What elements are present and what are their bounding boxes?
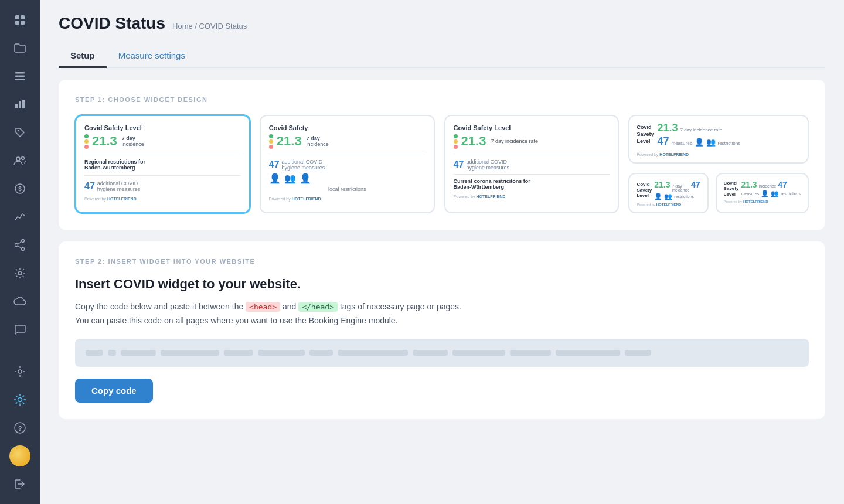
svg-point-20 [18, 398, 22, 402]
svg-point-19 [18, 370, 22, 373]
step2-description: Copy the code below and paste it between… [75, 300, 809, 328]
w3-powered: Powered by HOTELFRIEND [454, 195, 610, 199]
w4b-sub1: 7 day incidence [672, 184, 689, 192]
step2-title: Insert COVID widget to your website. [75, 277, 809, 292]
w3-restrict: Current corona restricitons forBaden-Wür… [454, 178, 610, 190]
w4c-person-icon-2: 👥 [771, 190, 779, 197]
widget-option-4c[interactable]: CovidSavetyLevel 21.3 incidence 47 measu… [716, 173, 809, 213]
page-title: COVID Status [59, 14, 165, 33]
svg-rect-8 [19, 101, 21, 108]
w2-local-restrict: local restrictions [269, 186, 426, 192]
step2-tag-close: </head> [298, 302, 338, 312]
svg-point-15 [22, 240, 25, 243]
svg-point-16 [15, 244, 18, 247]
widget-option-3[interactable]: Covid Safety Level 21.3 7 day incidence … [444, 115, 620, 213]
step2-desc-and: and [283, 302, 298, 311]
svg-rect-5 [15, 76, 25, 77]
w4c-title: CovidSavetyLevel [724, 181, 739, 197]
code-bar-6 [258, 350, 305, 356]
widget-option-4a[interactable]: CovidSavetyLevel 21.3 7 day incidence ra… [628, 115, 809, 164]
code-bar-11 [510, 350, 551, 356]
svg-rect-6 [15, 79, 25, 80]
sidebar-icon-folder[interactable] [8, 36, 32, 60]
w4a-person-icon-2: 👥 [706, 138, 716, 147]
svg-rect-3 [21, 21, 25, 25]
widget-option-4b[interactable]: CovidSavetyLevel 21.3 7 day incidence 47… [628, 173, 708, 213]
w2-num-row: 21.3 7 day incidence [269, 134, 426, 149]
w4c-person-icon-1: 👤 [761, 190, 769, 197]
sidebar-icon-question[interactable]: ? [8, 416, 32, 440]
step1-card: STEP 1: CHOOSE WIDGET DESIGN Covid Safet… [59, 80, 825, 230]
user-avatar[interactable] [9, 445, 30, 466]
w4a-blue-num: 47 [657, 135, 669, 148]
w4b-person-icon-2: 👥 [664, 193, 672, 200]
sidebar-icon-users[interactable] [8, 149, 32, 172]
w1-number: 21.3 [92, 134, 117, 149]
w4a-title: CovidSavetyLevel [637, 124, 654, 145]
w4b-blue-num: 47 [691, 180, 700, 189]
svg-rect-7 [15, 104, 18, 108]
step2-label: STEP 2: INSERT WIDGET INTO YOUR WEBSITE [75, 258, 809, 265]
svg-point-10 [18, 130, 19, 131]
w1-title: Covid Safety Level [84, 124, 241, 131]
sidebar-bottom: ? [8, 357, 32, 498]
sidebar-icon-cloud[interactable] [8, 290, 32, 313]
w1-num-row: 21.3 7 day incidence [84, 134, 241, 149]
widget-right-col: CovidSavetyLevel 21.3 7 day incidence ra… [628, 115, 809, 213]
tab-bar: Setup Measure settings [59, 45, 825, 68]
w2-powered: Powered by HOTELFRIEND [269, 197, 426, 201]
sidebar-icon-analytics[interactable] [8, 205, 32, 229]
w4a-sub2: measures [671, 141, 692, 146]
sidebar-icon-gear[interactable] [8, 360, 32, 383]
svg-point-12 [22, 157, 25, 160]
w3-measure-row: 47 additional COVID hygiene measures [454, 159, 610, 171]
w4c-sub2: measures [741, 192, 759, 196]
w4b-title: CovidSavetyLevel [637, 182, 652, 199]
code-bar-12 [556, 350, 620, 356]
breadcrumb-sep: / [195, 22, 197, 30]
code-bar-9 [413, 350, 448, 356]
w3-number: 21.3 [461, 134, 486, 149]
svg-rect-2 [15, 21, 19, 25]
sidebar-icon-grid[interactable] [8, 8, 32, 32]
code-bar-10 [452, 350, 505, 356]
svg-point-18 [18, 271, 22, 275]
sidebar-icon-settings[interactable] [8, 261, 32, 285]
w2-number: 21.3 [277, 134, 302, 149]
svg-point-17 [22, 248, 25, 251]
w2-title: Covid Safety [269, 124, 426, 131]
w4b-sub2: restrictions [674, 195, 694, 199]
w4a-powered: Powered by HOTELFRIEND [637, 152, 801, 156]
widget-bottom-row: CovidSavetyLevel 21.3 7 day incidence 47… [628, 173, 809, 213]
w4a-green-num: 21.3 [657, 122, 678, 134]
code-bar-3 [121, 350, 156, 356]
code-bar-1 [86, 350, 103, 356]
sidebar-icon-logout[interactable] [8, 472, 32, 496]
breadcrumb-home[interactable]: Home [172, 22, 193, 30]
sidebar-icon-list[interactable] [8, 64, 32, 88]
sidebar-icon-chart[interactable] [8, 93, 32, 116]
step2-desc-line1: Copy the code below and paste it between… [75, 302, 243, 311]
w1-powered: Powered by HOTELFRIEND [84, 197, 241, 201]
widget-option-1[interactable]: Covid Safety Level 21.3 7 day incidence … [75, 115, 250, 213]
copy-code-button[interactable]: Copy code [75, 379, 153, 403]
step2-tag-open: <head> [246, 302, 280, 312]
tab-setup[interactable]: Setup [59, 45, 107, 68]
svg-rect-1 [21, 15, 25, 19]
sidebar-icon-chat[interactable] [8, 318, 32, 341]
sidebar-icon-dollar[interactable]: $ [8, 177, 32, 200]
code-bar-8 [338, 350, 408, 356]
step1-label: STEP 1: CHOOSE WIDGET DESIGN [75, 96, 809, 103]
svg-point-11 [16, 157, 20, 161]
w2-person-icon-3: 👤 [300, 173, 311, 184]
widget-option-2[interactable]: Covid Safety 21.3 7 day incidence 47 [260, 115, 435, 213]
step2-card: STEP 2: INSERT WIDGET INTO YOUR WEBSITE … [59, 241, 825, 419]
w4b-person-icon-1: 👤 [654, 193, 662, 200]
tab-measure-settings[interactable]: Measure settings [107, 45, 197, 68]
step2-desc-line2: You can paste this code on all pages whe… [75, 316, 398, 325]
w4c-powered: Powered by HOTELFRIEND [724, 200, 801, 203]
sidebar-icon-share[interactable] [8, 233, 32, 257]
sidebar-icon-tag[interactable] [8, 121, 32, 144]
w1-restrict: Regional restrictions forBaden-Württembe… [84, 159, 241, 171]
sidebar-icon-gear-blue[interactable] [8, 388, 32, 411]
